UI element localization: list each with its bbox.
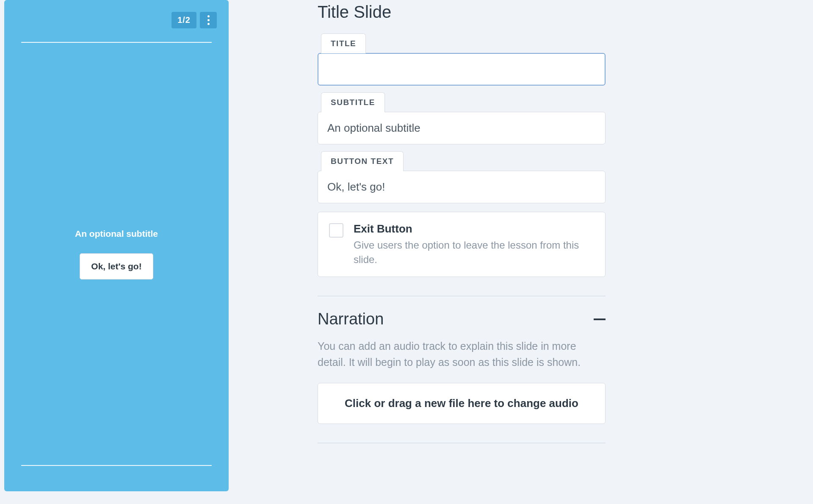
field-group-title: TITLE (318, 33, 606, 86)
field-group-subtitle: SUBTITLE (318, 92, 606, 144)
section-divider-bottom (318, 443, 606, 443)
preview-panel: 1/2 An optional subtitle Ok, let's go! (0, 0, 237, 504)
slide-counter-badge: 1/2 (171, 12, 196, 28)
field-label-button-text: BUTTON TEXT (321, 151, 404, 171)
narration-header: Narration (318, 310, 606, 328)
slide-preview: 1/2 An optional subtitle Ok, let's go! (4, 0, 229, 491)
narration-heading: Narration (318, 310, 384, 328)
audio-dropzone[interactable]: Click or drag a new file here to change … (318, 383, 606, 424)
slide-cta-button[interactable]: Ok, let's go! (80, 253, 153, 280)
exit-button-title: Exit Button (354, 222, 594, 235)
exit-button-content: Exit Button Give users the option to lea… (354, 222, 594, 266)
field-label-subtitle: SUBTITLE (321, 92, 385, 112)
kebab-dot-icon (207, 15, 210, 17)
section-divider (318, 296, 606, 296)
collapse-minus-icon[interactable] (594, 318, 606, 320)
exit-button-description: Give users the option to leave the lesso… (354, 238, 594, 266)
field-group-button-text: BUTTON TEXT (318, 151, 606, 203)
button-text-input[interactable] (318, 171, 606, 203)
exit-button-card: Exit Button Give users the option to lea… (318, 212, 606, 277)
kebab-dot-icon (207, 23, 210, 25)
slide-subtitle-text: An optional subtitle (75, 229, 158, 239)
kebab-dot-icon (207, 19, 210, 21)
field-label-title: TITLE (321, 33, 366, 53)
slide-body: An optional subtitle Ok, let's go! (4, 43, 229, 465)
slide-divider-bottom (21, 465, 212, 466)
exit-button-checkbox[interactable] (329, 223, 343, 238)
subtitle-input[interactable] (318, 112, 606, 144)
slide-header: 1/2 (4, 0, 229, 33)
slide-header-controls: 1/2 (171, 12, 217, 28)
title-input[interactable] (318, 53, 606, 86)
narration-description: You can add an audio track to explain th… (318, 338, 606, 370)
editor-panel: Title Slide TITLE SUBTITLE BUTTON TEXT E… (237, 0, 813, 504)
section-heading-title-slide: Title Slide (318, 3, 606, 22)
slide-menu-button[interactable] (200, 12, 217, 28)
